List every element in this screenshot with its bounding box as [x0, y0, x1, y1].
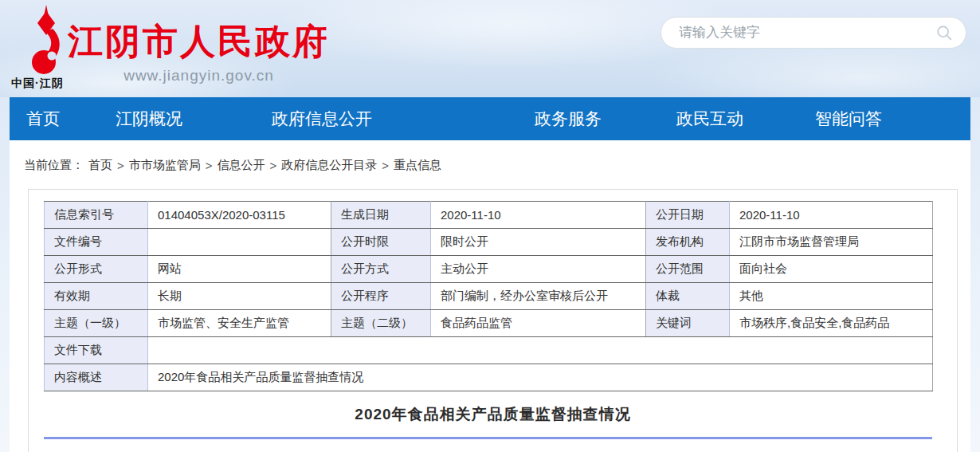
jiangyin-logo-icon [22, 5, 72, 75]
breadcrumb-item-home[interactable]: 首页 [88, 158, 112, 173]
info-table: 信息索引号 01404053X/2020-03115 生成日期 2020-11-… [44, 201, 933, 391]
field-label: 公开日期 [646, 202, 730, 229]
title-divider [44, 437, 932, 439]
table-row: 有效期 长期 公开程序 部门编制，经办公室审核后公开 体裁 其他 [45, 283, 933, 310]
nav-item-overview[interactable]: 江阴概况 [116, 108, 182, 130]
field-value: 市场秩序,食品安全,食品药品 [730, 310, 933, 337]
table-row: 文件编号 公开时限 限时公开 发布机构 江阴市市场监督管理局 [45, 229, 933, 256]
field-label: 发布机构 [646, 229, 730, 256]
field-label: 公开程序 [331, 283, 431, 310]
table-row: 内容概述 2020年食品相关产品质量监督抽查情况 [45, 364, 933, 391]
main-content: 当前位置： 首页 > 市市场监管局 > 信息公开 > 政府信息公开目录 > 重点… [10, 140, 970, 452]
field-value: 主动公开 [431, 256, 646, 283]
nav-item-home[interactable]: 首页 [26, 108, 60, 130]
field-label: 公开时限 [331, 229, 431, 256]
field-value: 市场监管、安全生产监管 [148, 310, 331, 337]
table-row: 主题（一级） 市场监管、安全生产监管 主题（二级） 食品药品监管 关键词 市场秩… [45, 310, 933, 337]
site-url: www.jiangyin.gov.cn [68, 67, 330, 85]
field-label: 文件编号 [45, 229, 148, 256]
breadcrumb-separator: > [117, 159, 124, 172]
field-label: 公开形式 [45, 256, 148, 283]
document-panel: 信息索引号 01404053X/2020-03115 生成日期 2020-11-… [28, 189, 958, 452]
table-row: 文件下载 [45, 337, 933, 364]
field-value: 江阴市市场监督管理局 [730, 229, 933, 256]
field-value: 01404053X/2020-03115 [148, 202, 331, 229]
field-label: 主题（二级） [331, 310, 431, 337]
search-box [661, 17, 966, 49]
search-input[interactable] [679, 25, 935, 41]
field-value: 部门编制，经办公室审核后公开 [431, 283, 646, 310]
breadcrumb-separator: > [206, 159, 213, 172]
breadcrumb-separator: > [270, 159, 277, 172]
site-title: 江阴市人民政府 [68, 22, 330, 61]
field-label: 内容概述 [45, 364, 148, 391]
article-title: 2020年食品相关产品质量监督抽查情况 [44, 404, 942, 425]
field-label: 主题（一级） [45, 310, 148, 337]
breadcrumb-item-key-info[interactable]: 重点信息 [394, 158, 441, 173]
field-value: 2020-11-10 [431, 202, 646, 229]
nav-item-qa[interactable]: 智能问答 [815, 108, 882, 130]
field-label: 信息索引号 [45, 202, 148, 229]
breadcrumb-item-catalog[interactable]: 政府信息公开目录 [281, 158, 377, 173]
field-value: 食品药品监管 [431, 310, 646, 337]
field-label: 关键词 [646, 310, 730, 337]
search-icon[interactable] [935, 24, 953, 41]
field-label: 公开范围 [646, 256, 730, 283]
nav-item-services[interactable]: 政务服务 [535, 108, 602, 130]
site-header: 中国·江阴 江阴市人民政府 www.jiangyin.gov.cn [0, 0, 980, 97]
table-row: 信息索引号 01404053X/2020-03115 生成日期 2020-11-… [45, 202, 933, 229]
breadcrumb-item-disclosure[interactable]: 信息公开 [218, 158, 265, 173]
field-value: 网站 [148, 256, 331, 283]
field-label: 体裁 [646, 283, 730, 310]
field-label: 有效期 [45, 283, 148, 310]
breadcrumb-item-bureau[interactable]: 市市场监管局 [129, 158, 201, 173]
field-label: 公开方式 [331, 256, 431, 283]
field-label: 文件下载 [45, 337, 148, 364]
breadcrumb: 当前位置： 首页 > 市市场监管局 > 信息公开 > 政府信息公开目录 > 重点… [10, 140, 970, 189]
main-nav: 首页 江阴概况 政府信息公开 政务服务 政民互动 智能问答 [10, 97, 970, 140]
field-value: 限时公开 [431, 229, 646, 256]
field-value: 长期 [148, 283, 331, 310]
nav-item-info-disclosure[interactable]: 政府信息公开 [272, 108, 372, 130]
field-value: 2020年食品相关产品质量监督抽查情况 [148, 364, 933, 391]
field-value: 其他 [730, 283, 933, 310]
field-value: 面向社会 [730, 256, 933, 283]
breadcrumb-label: 当前位置： [24, 158, 84, 173]
field-label: 生成日期 [331, 202, 431, 229]
field-value [148, 337, 933, 364]
table-row: 公开形式 网站 公开方式 主动公开 公开范围 面向社会 [45, 256, 933, 283]
breadcrumb-separator: > [382, 159, 389, 172]
field-value: 2020-11-10 [730, 202, 933, 229]
nav-item-interaction[interactable]: 政民互动 [676, 108, 743, 130]
field-value [148, 229, 331, 256]
